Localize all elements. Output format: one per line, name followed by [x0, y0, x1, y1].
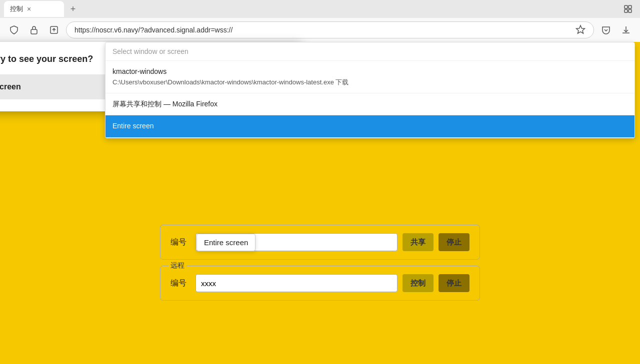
remote-label: 编号 [170, 278, 190, 289]
dropdown-item-kmactor-path: C:\Users\vboxuser\Downloads\kmactor-wind… [112, 78, 628, 87]
extensions-icon[interactable] [620, 1, 636, 17]
dropdown-item-firefox-title: 屏幕共享和控制 — Mozilla Firefox [112, 99, 628, 109]
active-tab[interactable]: 控制 × [4, 1, 64, 17]
tab-bar: 控制 × + [0, 0, 640, 18]
remote-panel-row: 编号 控制 停止 [170, 274, 470, 292]
local-stop-button[interactable]: 停止 [438, 233, 470, 251]
svg-rect-2 [624, 9, 628, 12]
upload-icon[interactable] [46, 22, 62, 38]
remote-stop-button[interactable]: 停止 [438, 274, 470, 292]
new-tab-button[interactable]: + [66, 2, 80, 16]
dropdown-item-entire-screen[interactable]: Entire screen [106, 115, 634, 138]
tab-close-button[interactable]: × [27, 5, 31, 13]
dropdown-label: Select window or screen [0, 82, 21, 91]
dropdown-item-firefox[interactable]: 屏幕共享和控制 — Mozilla Firefox [106, 93, 634, 116]
svg-rect-3 [628, 9, 632, 12]
dropdown-item-kmactor-title: kmactor-windows [112, 67, 628, 77]
dropdown-item-kmactor[interactable]: kmactor-windows C:\Users\vboxuser\Downlo… [106, 61, 634, 93]
shield-icon[interactable] [6, 22, 22, 38]
svg-rect-4 [31, 29, 37, 34]
url-text: https://noscr.v6.navy/?advanced.signal.a… [74, 26, 572, 34]
lock-icon[interactable] [26, 22, 42, 38]
remote-section-label: 远程 [168, 261, 186, 270]
download-icon[interactable] [618, 22, 634, 38]
nav-bar: https://noscr.v6.navy/?advanced.signal.a… [0, 18, 640, 42]
share-button[interactable]: 共享 [402, 233, 434, 251]
remote-section: 远程 编号 控制 停止 [160, 266, 480, 301]
svg-marker-6 [576, 25, 585, 33]
svg-rect-1 [628, 5, 632, 8]
star-icon[interactable] [576, 24, 586, 36]
tab-title: 控制 [10, 4, 23, 13]
browser-chrome: 控制 × + [0, 0, 640, 42]
tooltip-text: Entire screen [204, 238, 248, 247]
dropdown-search-placeholder: Select window or screen [106, 42, 634, 61]
dropdown-list: Select window or screen kmactor-windows … [105, 42, 635, 138]
remote-id-input[interactable] [196, 274, 398, 292]
pocket-icon[interactable] [598, 22, 614, 38]
dropdown-item-entire-screen-title: Entire screen [112, 121, 628, 131]
svg-rect-0 [624, 5, 628, 8]
control-button[interactable]: 控制 [402, 274, 434, 292]
entire-screen-tooltip: Entire screen [196, 234, 256, 251]
local-label: 编号 [170, 237, 190, 248]
url-bar[interactable]: https://noscr.v6.navy/?advanced.signal.a… [66, 21, 594, 38]
